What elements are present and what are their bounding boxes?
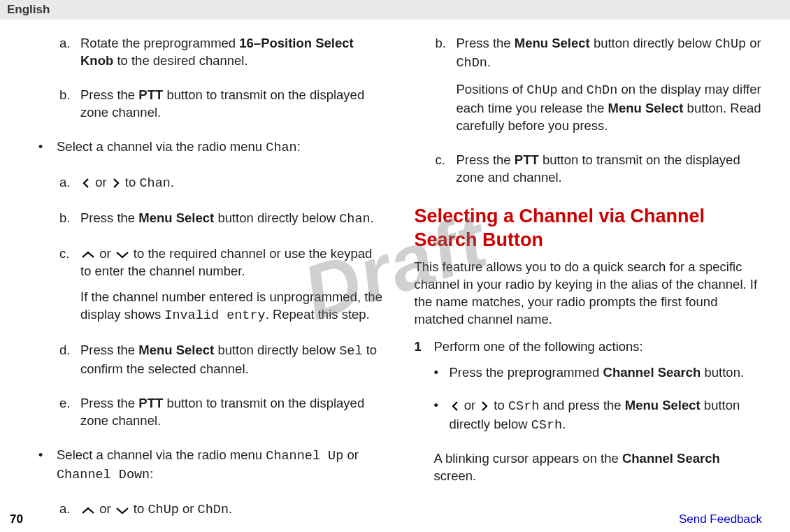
step-number: 1 xyxy=(415,338,434,494)
chevron-right-icon xyxy=(110,175,122,189)
body-text: Select a channel via the radio menu Chan… xyxy=(57,138,387,157)
list-marker: a. xyxy=(59,174,80,201)
bullet-icon: • xyxy=(38,447,57,493)
right-column: b. Press the Menu Select button directly… xyxy=(415,35,763,532)
body-text: or to CSrh and press the Menu Select but… xyxy=(450,397,763,435)
send-feedback-link[interactable]: Send Feedback xyxy=(679,512,762,526)
body-text: Press the PTT button to transmit on the … xyxy=(80,395,387,430)
body-text: or to Chan. xyxy=(80,174,387,193)
body-text: Rotate the preprogrammed 16–Position Sel… xyxy=(80,35,387,70)
body-text: Press the Menu Select button directly be… xyxy=(457,35,763,73)
left-column: a. Rotate the preprogrammed 16–Position … xyxy=(38,35,387,532)
chevron-right-icon xyxy=(479,398,490,412)
list-item: c. or to the required channel or use the… xyxy=(59,245,387,333)
chevron-left-icon xyxy=(450,398,461,412)
list-item: • Press the preprogrammed Channel Search… xyxy=(434,364,763,390)
body-text: If the channel number entered is unprogr… xyxy=(80,289,387,325)
list-item: a. or to Chan. xyxy=(59,174,387,201)
bullet-icon: • xyxy=(434,364,450,390)
list-item: • Select a channel via the radio menu Ch… xyxy=(38,138,387,166)
chevron-down-icon xyxy=(115,246,130,261)
list-marker: b. xyxy=(436,35,457,143)
language-label: English xyxy=(7,3,50,17)
list-item: • or to CSrh and press the Menu Select b… xyxy=(434,397,763,443)
chevron-up-icon xyxy=(80,246,96,261)
body-text: Press the PTT button to transmit on the … xyxy=(457,152,763,187)
body-text: A blinking cursor appears on the Channel… xyxy=(434,450,763,485)
section-heading: Selecting a Channel via Channel Search B… xyxy=(415,205,763,252)
list-marker: d. xyxy=(59,342,80,387)
page-number: 70 xyxy=(10,512,23,526)
list-marker: b. xyxy=(59,87,80,130)
list-item: b. Press the PTT button to transmit on t… xyxy=(59,87,387,130)
list-item: • Select a channel via the radio menu Ch… xyxy=(38,447,387,493)
list-item: c. Press the PTT button to transmit on t… xyxy=(436,152,763,195)
list-marker: b. xyxy=(59,210,80,237)
body-text: Positions of ChUp and ChDn on the displa… xyxy=(457,81,763,135)
list-item: e. Press the PTT button to transmit on t… xyxy=(59,395,387,438)
list-marker: c. xyxy=(59,245,80,333)
bullet-icon: • xyxy=(38,138,57,166)
top-banner: English xyxy=(0,0,790,20)
chevron-left-icon xyxy=(80,175,92,189)
body-text: Press the PTT button to transmit on the … xyxy=(80,87,387,122)
page-footer: 70 Send Feedback xyxy=(0,512,790,526)
body-text: Press the preprogrammed Channel Search b… xyxy=(450,364,745,382)
body-text: or to the required channel or use the ke… xyxy=(80,245,387,280)
list-item: a. Rotate the preprogrammed 16–Position … xyxy=(59,35,387,78)
list-marker: c. xyxy=(436,152,457,195)
body-text: Press the Menu Select button directly be… xyxy=(80,342,387,378)
step-item: 1 Perform one of the following actions: … xyxy=(415,338,763,494)
list-item: b. Press the Menu Select button directly… xyxy=(436,35,763,143)
bullet-icon: • xyxy=(434,397,450,443)
list-item: b. Press the Menu Select button directly… xyxy=(59,210,387,237)
list-item: d. Press the Menu Select button directly… xyxy=(59,342,387,387)
body-text: Press the Menu Select button directly be… xyxy=(80,210,387,229)
body-text: This feature allows you to do a quick se… xyxy=(415,259,763,329)
body-text: Perform one of the following actions: xyxy=(434,338,763,356)
list-marker: e. xyxy=(59,395,80,438)
body-text: Select a channel via the radio menu Chan… xyxy=(57,447,387,484)
list-marker: a. xyxy=(59,35,80,78)
